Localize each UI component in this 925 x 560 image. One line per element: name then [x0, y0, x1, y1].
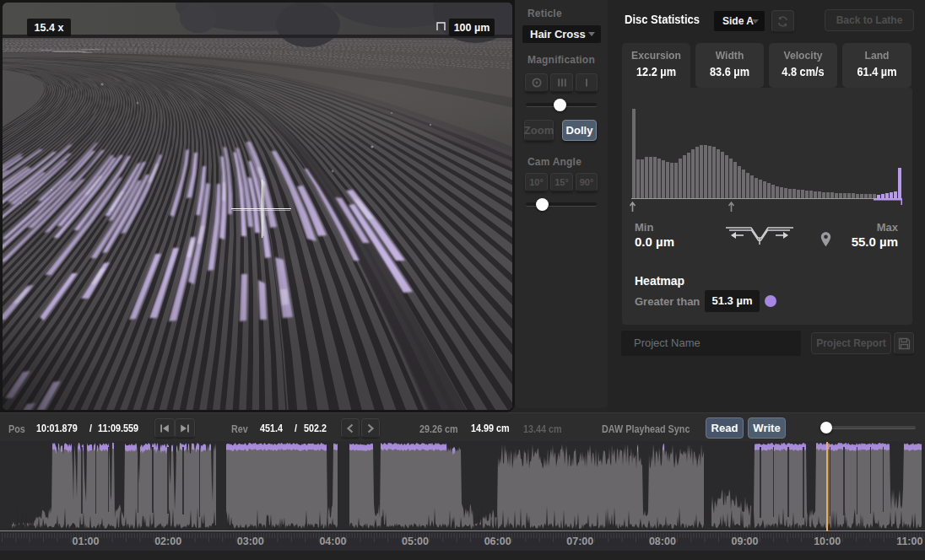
svg-text:100 µm: 100 µm: [454, 22, 490, 34]
svg-text:15.4 x: 15.4 x: [35, 22, 64, 34]
